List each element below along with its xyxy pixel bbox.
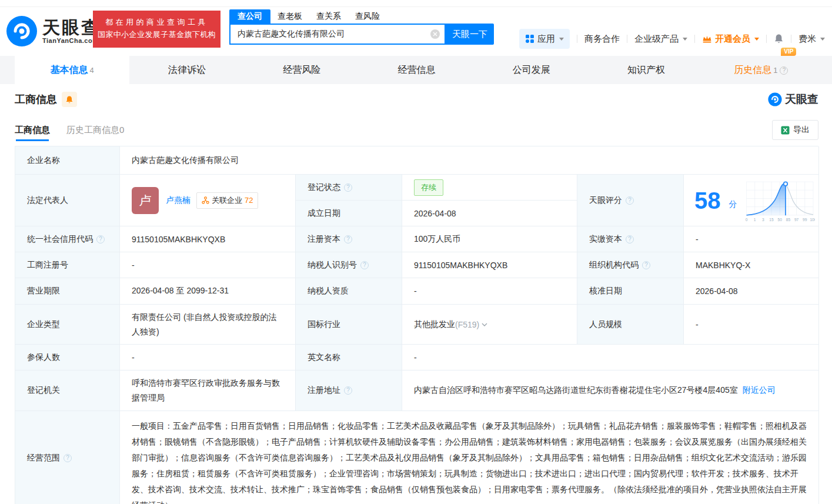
label-text: 企业类型 bbox=[27, 319, 60, 330]
label-text: 核准日期 bbox=[589, 286, 622, 296]
subscribe-bell-button[interactable] bbox=[62, 92, 77, 107]
legal-rep-avatar[interactable]: 卢 bbox=[132, 187, 159, 214]
field-value-approve-date: 2026-04-08 bbox=[684, 278, 819, 305]
help-icon[interactable] bbox=[360, 261, 369, 269]
field-value-reg-number: - bbox=[120, 252, 296, 278]
search-box bbox=[229, 24, 446, 45]
apps-menu[interactable]: 应用 bbox=[519, 29, 570, 49]
user-menu[interactable]: 费米 bbox=[798, 34, 825, 45]
axis-tick: 50 bbox=[777, 217, 782, 221]
related-companies-badge[interactable]: 关联企业 72 bbox=[196, 192, 258, 209]
help-icon[interactable] bbox=[626, 196, 634, 205]
subtab-business-info[interactable]: 工商信息 bbox=[15, 125, 50, 136]
help-icon[interactable] bbox=[344, 235, 352, 243]
field-value-company-type: 有限责任公司 (非自然人投资或控股的法人独资) bbox=[120, 305, 296, 345]
header-menu: 应用 商务合作 企业级产品 开通会员 bbox=[519, 28, 825, 49]
company-type: 有限责任公司 (非自然人投资或控股的法人独资) bbox=[132, 310, 283, 339]
export-button[interactable]: 导出 bbox=[772, 120, 818, 140]
field-value-industry[interactable]: 其他批发业 (F519) bbox=[402, 305, 577, 345]
score-axis-ticks: 0 1 3 15 50 85 97 99 100 bbox=[745, 217, 815, 221]
tab-development[interactable]: 公司发展 bbox=[474, 56, 589, 84]
subtab-history-business-info[interactable]: 历史工商信息0 bbox=[66, 125, 124, 136]
help-icon[interactable] bbox=[344, 386, 352, 395]
status-badge: 存续 bbox=[414, 179, 443, 196]
field-label-credit-code: 统一社会信用代码 bbox=[15, 226, 120, 252]
legal-rep-link[interactable]: 卢燕楠 bbox=[166, 195, 191, 206]
label-text: 纳税人识别号 bbox=[308, 260, 357, 271]
field-label-legal-rep: 法定代表人 bbox=[15, 175, 120, 226]
watermark-logo: 天眼查 bbox=[768, 92, 818, 107]
top-divider bbox=[0, 0, 832, 7]
notifications[interactable] bbox=[774, 34, 784, 44]
field-label-address: 注册地址 bbox=[296, 371, 402, 411]
field-label-company-type: 企业类型 bbox=[15, 305, 120, 345]
field-value-taxpayer-quality: - bbox=[402, 278, 577, 305]
tab-history-info[interactable]: 历史信息1 VIP bbox=[704, 56, 818, 84]
label-text: 参保人数 bbox=[27, 352, 60, 363]
bell-icon bbox=[65, 95, 73, 104]
chevron-down-icon bbox=[482, 323, 487, 326]
label-text: 营业期限 bbox=[27, 286, 60, 296]
help-icon[interactable] bbox=[780, 66, 788, 75]
help-icon[interactable] bbox=[344, 183, 352, 192]
clear-icon[interactable] bbox=[430, 29, 440, 39]
reg-number: - bbox=[132, 261, 135, 270]
search-tab-risk[interactable]: 查风险 bbox=[348, 9, 387, 24]
search-tab-relation[interactable]: 查关系 bbox=[309, 9, 348, 24]
chevron-down-icon bbox=[559, 38, 564, 41]
field-label-paid-capital: 实缴资本 bbox=[577, 226, 684, 252]
brand-name: 天眼查 bbox=[42, 18, 101, 37]
business-term: 2026-04-08 至 2099-12-31 bbox=[132, 286, 229, 296]
taxpayer-id: 91150105MAKBHKYQXB bbox=[414, 261, 507, 270]
help-icon[interactable] bbox=[96, 235, 105, 243]
score-distribution-chart: 0 1 3 15 50 85 97 99 100 bbox=[744, 176, 816, 225]
search-input[interactable] bbox=[238, 29, 430, 39]
tab-legal[interactable]: 法律诉讼 bbox=[129, 56, 244, 84]
field-value-paid-capital: - bbox=[684, 226, 819, 252]
axis-tick: 1 bbox=[753, 217, 756, 221]
label-text: 纳税人资质 bbox=[308, 286, 349, 296]
label-text: 登记机关 bbox=[27, 385, 60, 396]
help-icon[interactable] bbox=[626, 235, 634, 243]
field-value-reg-authority: 呼和浩特市赛罕区行政审批政务服务与数据管理局 bbox=[120, 371, 296, 411]
brand-domain: TianYanCha.com bbox=[42, 37, 101, 44]
axis-tick: 85 bbox=[786, 217, 790, 221]
enterprise-products-menu[interactable]: 企业级产品 bbox=[634, 34, 687, 45]
help-icon[interactable] bbox=[64, 454, 72, 462]
search-tab-company[interactable]: 查公司 bbox=[229, 9, 270, 24]
label-text: 成立日期 bbox=[308, 208, 340, 219]
tianyancha-logo[interactable]: 天眼查 TianYanCha.com bbox=[6, 15, 101, 47]
tab-legal-label: 法律诉讼 bbox=[168, 65, 206, 75]
search-tab-boss[interactable]: 查老板 bbox=[270, 9, 309, 24]
industry-code: (F519) bbox=[455, 320, 479, 329]
tab-operation-info[interactable]: 经营信息 bbox=[359, 56, 474, 84]
tab-intellectual-property-label: 知识产权 bbox=[627, 65, 665, 75]
label-text: 登记状态 bbox=[308, 182, 340, 193]
subtab-row: 工商信息 历史工商信息0 导出 bbox=[15, 119, 818, 141]
cooperation-menu[interactable]: 商务合作 bbox=[584, 34, 620, 45]
nearby-companies-link[interactable]: 附近公司 bbox=[743, 385, 776, 396]
axis-tick: 3 bbox=[762, 217, 764, 221]
search-button[interactable]: 天眼一下 bbox=[446, 24, 494, 45]
bell-icon bbox=[774, 34, 784, 44]
help-icon[interactable] bbox=[642, 261, 650, 269]
field-label-taxpayer-quality: 纳税人资质 bbox=[296, 278, 402, 305]
tab-intellectual-property[interactable]: 知识产权 bbox=[589, 56, 703, 84]
axis-tick: 97 bbox=[794, 217, 798, 221]
industry-name: 其他批发业 bbox=[414, 319, 455, 330]
open-vip-menu[interactable]: 开通会员 bbox=[702, 34, 759, 45]
field-value-score[interactable]: 58 分 0 1 3 15 50 bbox=[684, 175, 819, 226]
field-label-score: 天眼评分 bbox=[577, 175, 684, 226]
business-scope: 一般项目：五金产品零售；日用百货销售；日用品销售；化妆品零售；工艺美术品及收藏品… bbox=[132, 421, 807, 504]
axis-tick: 0 bbox=[745, 217, 747, 221]
business-info-table: 企业名称 内蒙古葩趣文化传播有限公司 法定代表人 卢 卢燕楠 关联企业 72 登… bbox=[15, 146, 818, 504]
tianyancha-logo-icon bbox=[6, 15, 38, 47]
menu-separator bbox=[627, 35, 627, 43]
label-text: 经营范围 bbox=[27, 453, 60, 463]
field-value-english-name: - bbox=[402, 345, 819, 371]
tab-basic-info[interactable]: 基本信息4 bbox=[15, 56, 129, 84]
chevron-down-icon bbox=[754, 38, 759, 41]
label-text: 统一社会信用代码 bbox=[27, 234, 93, 245]
menu-separator bbox=[577, 35, 577, 43]
tab-operating-risk[interactable]: 经营风险 bbox=[245, 56, 359, 84]
